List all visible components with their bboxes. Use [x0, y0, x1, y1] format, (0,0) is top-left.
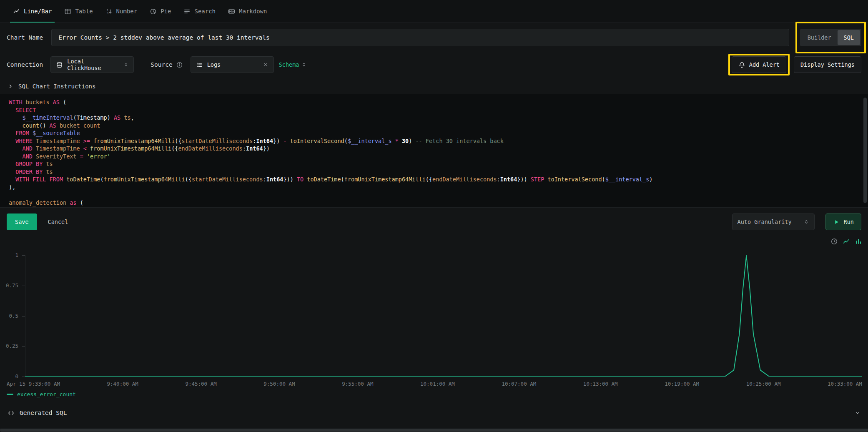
code-line[interactable]: WITH FILL FROM toDateTime(fromUnixTimest… [9, 176, 855, 183]
x-axis: Apr 15 9:33:00 AM9:40:00 AM9:45:00 AM9:5… [7, 381, 862, 387]
display-settings-button[interactable]: Display Settings [794, 56, 861, 73]
code-icon [8, 409, 15, 417]
connection-select[interactable]: Local ClickHouse [50, 56, 134, 73]
code-line[interactable]: ), [9, 183, 855, 191]
tab-markdown[interactable]: Markdown [222, 0, 273, 23]
sql-code[interactable]: WITH buckets AS ( SELECT $__timeInterval… [9, 98, 855, 206]
legend-marker [7, 394, 13, 395]
generated-sql-toggle[interactable]: Generated SQL [0, 403, 868, 422]
chevron-down-icon [855, 410, 860, 416]
chart-name-input[interactable] [51, 29, 789, 46]
y-axis-tick [22, 377, 25, 377]
sql-mode-label: SQL [844, 34, 854, 41]
schema-button[interactable]: Schema [279, 61, 307, 68]
code-line[interactable]: WITH buckets AS ( [9, 98, 855, 106]
list-icon [196, 61, 203, 68]
y-axis: 10.750.50.250 [0, 236, 22, 399]
tab-number[interactable]: 13 Number [99, 0, 144, 23]
x-axis-label: 10:33:00 AM [828, 381, 862, 387]
code-line[interactable]: FROM $__sourceTable [9, 129, 855, 137]
database-icon [56, 61, 63, 68]
tab-table[interactable]: Table [58, 0, 99, 23]
y-axis-label: 0.25 [0, 343, 18, 349]
y-axis-label: 0.5 [0, 313, 18, 319]
tab-line-bar[interactable]: Line/Bar [7, 0, 58, 23]
sql-instructions-toggle[interactable]: SQL Chart Instructions [0, 79, 868, 94]
list-lines-icon [183, 8, 191, 15]
code-line[interactable]: AND TimestampTime < fromUnixTimestamp64M… [9, 145, 855, 153]
add-alert-wrap: Add Alert [732, 56, 786, 73]
source-label: Source [151, 61, 172, 68]
x-axis-label: 10:01:00 AM [420, 381, 455, 387]
chart-name-row: Chart Name Builder SQL [0, 23, 868, 52]
tab-label: Markdown [239, 8, 267, 15]
code-line[interactable]: ORDER BY ts [9, 168, 855, 176]
connection-row: Connection Local ClickHouse Source Logs … [0, 52, 868, 79]
scrollbar-thumb[interactable] [0, 429, 868, 432]
clock-icon[interactable] [830, 238, 838, 245]
builder-mode-button[interactable]: Builder [801, 30, 838, 45]
line-chart-toggle-icon[interactable] [843, 238, 850, 245]
code-line[interactable]: AND SeverityText = 'error' [9, 153, 855, 161]
code-line[interactable]: GROUP BY ts [9, 160, 855, 168]
sql-mode-button[interactable]: SQL [838, 30, 860, 45]
chart-type-tabbar: Line/Bar Table 13 Number Pie Search Mark… [0, 0, 868, 23]
horizontal-scrollbar[interactable] [0, 428, 868, 432]
y-axis-label: 0.75 [0, 282, 18, 289]
code-line[interactable]: WHERE TimestampTime >= fromUnixTimestamp… [9, 137, 855, 145]
play-icon [833, 219, 840, 226]
chevron-up-down-icon [123, 62, 128, 68]
line-series-plot [25, 255, 862, 377]
tab-label: Number [116, 8, 138, 15]
x-axis-label: Apr 15 9:33:00 AM [7, 381, 60, 387]
tab-pie[interactable]: Pie [143, 0, 177, 23]
code-line[interactable]: SELECT [9, 106, 855, 114]
close-icon[interactable] [263, 62, 268, 68]
tab-label: Pie [161, 8, 171, 15]
cancel-button[interactable]: Cancel [48, 219, 68, 225]
chart-editor-panel: { "colors": { "accent_green": "#22c08e",… [0, 0, 868, 432]
sort-numbers-icon: 13 [105, 8, 113, 15]
tab-search[interactable]: Search [177, 0, 222, 23]
x-axis-label: 10:25:00 AM [746, 381, 781, 387]
source-label-group: Source [151, 61, 183, 68]
code-line[interactable] [9, 191, 855, 199]
line-chart-icon [13, 8, 20, 15]
chevron-right-icon [8, 83, 13, 89]
x-axis-label: 9:50:00 AM [263, 381, 295, 387]
y-axis-label: 0 [0, 373, 18, 379]
source-select[interactable]: Logs [191, 56, 274, 73]
save-button[interactable]: Save [7, 213, 37, 230]
pie-chart-icon [150, 8, 157, 15]
info-icon[interactable] [176, 61, 183, 68]
code-line[interactable]: $__timeInterval(Timestamp) AS ts, [9, 114, 855, 122]
source-value: Logs [207, 61, 221, 68]
generated-sql-label: Generated SQL [20, 409, 67, 416]
chevron-up-down-icon [301, 62, 307, 68]
builder-mode-label: Builder [808, 34, 831, 41]
run-label: Run [844, 219, 854, 225]
code-line[interactable]: anomaly_detection as ( [9, 199, 855, 207]
series-line [25, 256, 862, 376]
bar-chart-toggle-icon[interactable] [855, 238, 862, 245]
sql-editor[interactable]: WITH buckets AS ( SELECT $__timeInterval… [0, 94, 868, 208]
code-line[interactable]: count() AS bucket_count [9, 122, 855, 130]
schema-label: Schema [279, 61, 299, 68]
editor-scrollbar[interactable] [863, 98, 867, 203]
x-axis-label: 9:45:00 AM [185, 381, 216, 387]
x-axis-label: 10:13:00 AM [583, 381, 618, 387]
actions-row: Save Cancel Auto Granularity Run [0, 208, 868, 236]
legend-item[interactable]: excess_error_count [7, 391, 76, 397]
chart-panel: 10.750.50.250 Apr 15 9:33:00 AM9:40:00 A… [0, 236, 868, 399]
granularity-select[interactable]: Auto Granularity [732, 213, 815, 230]
chevron-up-down-icon [803, 219, 809, 225]
x-axis-label: 10:19:00 AM [665, 381, 699, 387]
display-settings-label: Display Settings [800, 61, 855, 68]
table-icon [64, 8, 71, 15]
x-axis-label: 10:07:00 AM [502, 381, 536, 387]
sql-instructions-label: SQL Chart Instructions [18, 83, 95, 90]
run-button[interactable]: Run [825, 213, 861, 230]
y-axis-tick [22, 316, 25, 316]
tab-label: Table [75, 8, 93, 15]
add-alert-button[interactable]: Add Alert [732, 56, 786, 73]
